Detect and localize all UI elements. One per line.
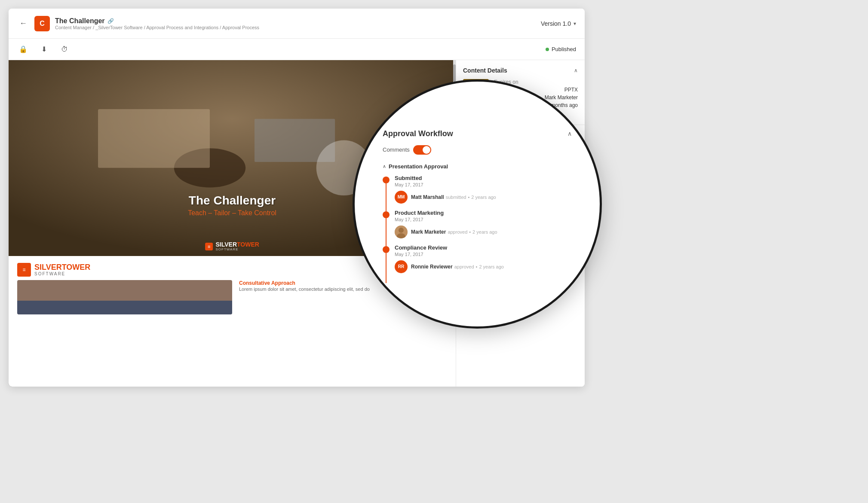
ronnie-time: 2 years ago <box>479 264 503 269</box>
globe-icon[interactable]: ⏱ <box>58 43 71 55</box>
matt-time: 2 years ago <box>471 195 496 200</box>
matt-name: Matt Marshall <box>411 194 444 200</box>
logo-text: SILVERTOWER SOFTWARE <box>34 263 90 277</box>
workflow-line-3 <box>386 253 386 283</box>
format-value: PPTX <box>564 87 578 93</box>
approver-row-matt: MM Matt Marshall submitted • 2 years ago <box>395 191 572 204</box>
app-icon: C <box>34 16 50 31</box>
logo-sub-text: SOFTWARE <box>34 271 90 276</box>
logo-icon: ≡ <box>17 263 31 277</box>
header: ← C The Challenger 🔗 Content Manager / _… <box>9 9 585 39</box>
comments-row: Comments <box>383 145 572 155</box>
content-details-header[interactable]: Content Details ∧ <box>456 60 585 79</box>
stage-compliance-date: May 17, 2017 <box>395 252 572 257</box>
published-badge: Published <box>546 46 576 52</box>
lock-icon[interactable]: 🔒 <box>17 43 29 55</box>
toolbar: 🔒 ⬇ ⏱ Published <box>9 39 585 60</box>
mark-avatar <box>395 226 408 238</box>
mark-approver-info: Mark Marketer approved • 2 years ago <box>411 229 497 235</box>
version-selector[interactable]: Version 1.0 ▾ <box>541 20 576 27</box>
slide-logo-text: SILVERTOWER SOFTWARE <box>216 241 259 252</box>
stage-submitted-date: May 17, 2017 <box>395 182 572 187</box>
logo-main-text: SILVERTOWER <box>34 263 90 272</box>
workflow-dot-submitted <box>383 177 390 183</box>
presentation-approval-title: Presentation Approval <box>389 163 448 170</box>
matt-approver-info: Matt Marshall submitted • 2 years ago <box>411 194 496 200</box>
slide-main-title: The Challenger <box>188 194 276 207</box>
ronnie-action: approved <box>454 264 474 269</box>
mark-action: approved <box>448 229 467 235</box>
scroll-thumb[interactable] <box>453 64 456 82</box>
comments-label: Comments <box>383 146 410 153</box>
content-details-toggle-icon[interactable]: ∧ <box>574 67 578 73</box>
svg-rect-6 <box>17 301 232 314</box>
chevron-down-icon: ▾ <box>574 21 576 27</box>
back-button[interactable]: ← <box>17 18 29 30</box>
slide-image-placeholder <box>17 280 232 314</box>
published-label: Published <box>552 46 576 52</box>
comments-toggle[interactable] <box>413 145 431 155</box>
svg-point-11 <box>399 228 404 233</box>
ronnie-bullet: • <box>476 264 478 269</box>
link-icon[interactable]: 🔗 <box>107 18 114 24</box>
approval-workflow-header: Approval Workflow ∧ <box>383 129 572 138</box>
approval-workflow-content: Approval Workflow ∧ Comments ∧ Presentat… <box>374 121 580 288</box>
ronnie-approver-info: Ronnie Reviewer approved • 2 years ago <box>411 264 504 270</box>
header-left: ← C The Challenger 🔗 Content Manager / _… <box>17 16 259 31</box>
slide-silvertower-brand: ≡ SILVERTOWER SOFTWARE <box>205 241 259 252</box>
matt-action: submitted <box>446 195 466 200</box>
approval-workflow-circle: Approval Workflow ∧ Comments ∧ Presentat… <box>353 79 602 329</box>
download-icon[interactable]: ⬇ <box>38 43 50 55</box>
workflow-dot-product-marketing <box>383 211 390 218</box>
matt-bullet: • <box>468 195 469 200</box>
presentation-approval-section: ∧ Presentation Approval Submitted May 17… <box>383 163 572 273</box>
workflow-stage-submitted: Submitted May 17, 2017 MM Matt Marshall … <box>383 175 572 204</box>
presentation-approval-header[interactable]: ∧ Presentation Approval <box>383 163 572 170</box>
toggle-knob <box>423 146 430 154</box>
breadcrumb: Content Manager / _SilverTower Software … <box>55 25 259 30</box>
matt-avatar: MM <box>395 191 408 204</box>
mark-time: 2 years ago <box>472 229 497 235</box>
mark-bullet: • <box>469 229 471 235</box>
stage-product-marketing-title: Product Marketing <box>395 210 572 216</box>
approver-row-ronnie: RR Ronnie Reviewer approved • 2 years ag… <box>395 260 572 273</box>
pres-chevron-icon[interactable]: ∧ <box>383 164 386 169</box>
ronnie-avatar: RR <box>395 260 408 273</box>
stage-product-marketing-date: May 17, 2017 <box>395 217 572 222</box>
workflow-line-1 <box>386 183 386 213</box>
workflow-stage-compliance: Compliance Review May 17, 2017 RR Ronnie… <box>383 244 572 273</box>
slide-title-overlay: The Challenger Teach – Tailor – Take Con… <box>188 194 276 217</box>
owner-value: Mark Marketer <box>545 95 578 101</box>
ronnie-name: Ronnie Reviewer <box>411 264 453 270</box>
workflow-stage-product-marketing: Product Marketing May 17, 2017 Mark Mark… <box>383 210 572 238</box>
approval-workflow-title: Approval Workflow <box>383 129 453 138</box>
approver-row-mark: Mark Marketer approved • 2 years ago <box>395 226 572 238</box>
stage-submitted-title: Submitted <box>395 175 572 181</box>
workflow-dot-compliance <box>383 246 390 253</box>
mark-name: Mark Marketer <box>411 229 446 235</box>
title-section: The Challenger 🔗 Content Manager / _Silv… <box>55 17 259 30</box>
slide-logo-block: ≡ <box>205 243 213 250</box>
version-label: Version 1.0 <box>541 20 571 27</box>
toolbar-left: 🔒 ⬇ ⏱ <box>17 43 71 55</box>
workflow-line-2 <box>386 218 386 248</box>
doc-title: The Challenger 🔗 <box>55 17 259 25</box>
published-dot <box>546 48 549 51</box>
back-arrow-icon: ← <box>19 19 27 28</box>
slide-subtitle: Teach – Tailor – Take Control <box>188 209 276 217</box>
svg-rect-2 <box>98 109 210 168</box>
header-right: Version 1.0 ▾ <box>541 20 576 27</box>
approval-collapse-icon[interactable]: ∧ <box>567 130 572 137</box>
content-details-title: Content Details <box>463 67 507 74</box>
stage-compliance-title: Compliance Review <box>395 244 572 251</box>
